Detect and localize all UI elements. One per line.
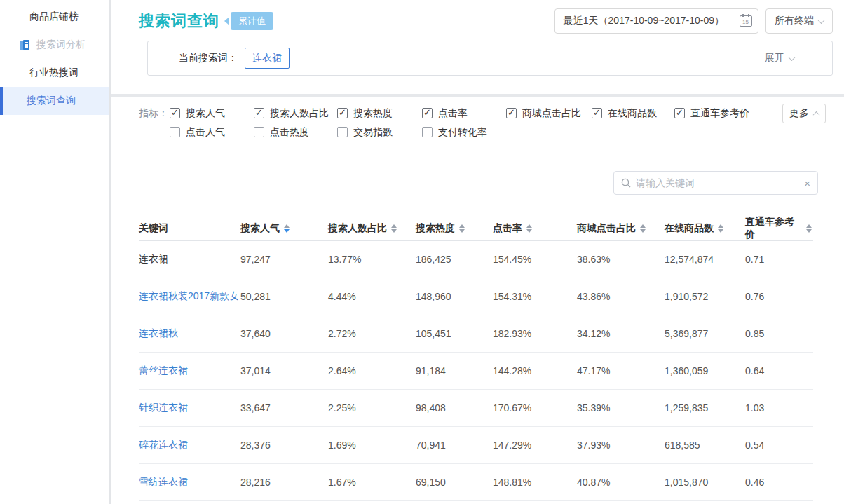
keyword-link[interactable]: 碎花连衣裙 (139, 439, 188, 450)
date-range-group: 最近1天（2017-10-09~2017-10-09） 15 (554, 8, 758, 34)
sort-icon[interactable] (640, 224, 646, 233)
column-header-searcher-share[interactable]: 搜索人数占比 (328, 222, 416, 235)
metric-checkbox[interactable]: 交易指数 (337, 126, 422, 139)
more-label: 更多 (789, 107, 809, 120)
table-row: 碎花连衣裙 28,376 1.69% 70,941 147.29% 37.93%… (139, 427, 813, 464)
sort-icon[interactable] (526, 224, 532, 233)
value-cell: 170.67% (493, 402, 577, 414)
keyword-link[interactable]: 连衣裙秋 (139, 327, 178, 339)
metric-label: 直通车参考价 (690, 107, 749, 120)
metric-checkbox[interactable]: 点击热度 (254, 126, 337, 139)
value-cell: 144.28% (493, 365, 577, 376)
chevron-up-icon (813, 111, 820, 118)
value-cell: 148.81% (493, 477, 577, 488)
value-cell: 13.77% (328, 254, 416, 265)
value-cell: 28,216 (240, 477, 328, 488)
expand-button[interactable]: 展开 (765, 52, 815, 64)
value-cell: 0.85 (745, 328, 812, 339)
metric-checkbox[interactable]: 搜索热度 (337, 107, 422, 120)
column-header-search-heat[interactable]: 搜索热度 (416, 222, 493, 235)
value-cell: 2.64% (328, 365, 416, 376)
metric-checkbox[interactable]: 搜索人数占比 (254, 107, 337, 120)
cumulative-value-badge: 累计值 (231, 12, 273, 30)
value-cell: 0.71 (745, 254, 812, 265)
value-cell: 182.93% (493, 328, 577, 339)
value-cell: 1,910,572 (665, 291, 745, 302)
more-button[interactable]: 更多 (782, 104, 826, 123)
chevron-down-icon (818, 17, 825, 24)
current-term-label: 当前搜索词： (179, 52, 238, 64)
column-header-online-products[interactable]: 在线商品数 (665, 222, 745, 235)
analysis-book-icon (20, 40, 31, 50)
sort-icon[interactable] (391, 224, 397, 233)
value-cell: 154.31% (493, 291, 577, 302)
value-cell: 147.29% (493, 440, 577, 451)
current-term-button[interactable]: 连衣裙 (245, 48, 290, 69)
sort-icon[interactable] (718, 224, 723, 233)
column-header-search-popularity[interactable]: 搜索人气 (240, 222, 328, 235)
checkbox-icon (422, 108, 433, 118)
checkbox-icon (170, 127, 180, 137)
sidebar-item-label: 搜索词分析 (36, 39, 86, 51)
sort-icon[interactable] (459, 224, 465, 233)
value-cell: 38.63% (577, 254, 665, 265)
checkbox-icon (592, 108, 602, 118)
checkbox-icon (422, 127, 433, 137)
sidebar-item-search-term-query[interactable]: 搜索词查询 (0, 87, 109, 115)
keyword-link[interactable]: 连衣裙秋装2017新款女 (139, 290, 239, 301)
value-cell: 28,376 (240, 440, 328, 451)
sidebar-item-product-shop-rank[interactable]: 商品店铺榜 (0, 3, 109, 31)
value-cell: 43.86% (577, 291, 665, 302)
table-row: 针织连衣裙 33,647 2.25% 98,408 170.67% 35.39%… (139, 390, 813, 427)
sidebar-item-industry-hot-words[interactable]: 行业热搜词 (0, 59, 109, 87)
metric-label: 交易指数 (353, 126, 393, 139)
terminal-select[interactable]: 所有终端 (765, 8, 833, 34)
calendar-icon: 15 (740, 15, 752, 27)
keyword-search-input[interactable] (636, 177, 804, 189)
metric-checkbox[interactable]: 在线商品数 (592, 107, 674, 120)
value-cell: 37.93% (577, 440, 665, 451)
keyword-link[interactable]: 针织连衣裙 (139, 402, 188, 413)
value-cell: 33,647 (240, 402, 328, 414)
column-header-keyword: 关键词 (139, 222, 240, 235)
terminal-select-value: 所有终端 (775, 15, 814, 27)
keyword-link[interactable]: 蕾丝连衣裙 (139, 365, 188, 376)
metric-checkbox[interactable]: 点击率 (422, 107, 506, 120)
metric-label: 商城点击占比 (522, 107, 581, 120)
value-cell: 148,960 (416, 291, 493, 302)
column-header-mall-click-share[interactable]: 商城点击占比 (577, 222, 665, 235)
keywords-table: 关键词 搜索人气 搜索人数占比 搜索热度 点击率 (139, 216, 813, 501)
value-cell: 70,941 (416, 440, 493, 451)
metric-checkbox[interactable]: 搜索人气 (170, 107, 254, 120)
column-header-click-rate[interactable]: 点击率 (493, 222, 577, 235)
checkbox-icon (254, 108, 264, 118)
sort-icon[interactable] (806, 224, 812, 233)
checkbox-icon (674, 108, 685, 118)
metric-checkbox[interactable]: 支付转化率 (422, 126, 506, 139)
header-section: 搜索词查询 累计值 最近1天（2017-10-09~2017-10-09） 15… (111, 0, 844, 94)
calendar-button[interactable]: 15 (733, 9, 758, 33)
checkbox-icon (254, 127, 264, 137)
value-cell: 0.64 (745, 365, 812, 376)
value-cell: 91,184 (416, 365, 493, 376)
keyword-link[interactable]: 雪纺连衣裙 (139, 476, 188, 487)
value-cell: 1,259,835 (665, 402, 745, 414)
clear-icon[interactable] (804, 178, 810, 189)
date-range-button[interactable]: 最近1天（2017-10-09~2017-10-09） (555, 9, 733, 33)
column-header-ztc-ref-price[interactable]: 直通车参考价 (745, 216, 812, 241)
metric-checkbox[interactable]: 点击人气 (170, 126, 254, 139)
value-cell: 35.39% (577, 402, 665, 414)
metric-label: 点击率 (438, 107, 468, 120)
value-cell: 618,585 (665, 440, 745, 451)
table-row: 连衣裙 97,247 13.77% 186,425 154.45% 38.63%… (139, 241, 813, 278)
main-content: 搜索词查询 累计值 最近1天（2017-10-09~2017-10-09） 15… (111, 0, 844, 504)
table-row: 蕾丝连衣裙 37,014 2.64% 91,184 144.28% 47.17%… (139, 353, 813, 390)
sort-icon[interactable] (284, 224, 290, 233)
app-window: 商品店铺榜 搜索词分析 行业热搜词 搜索词查询 搜索词查询 累计值 最近1天（2… (0, 0, 844, 504)
sidebar-item-search-term-analysis[interactable]: 搜索词分析 (0, 31, 109, 59)
sidebar-item-label: 行业热搜词 (29, 67, 79, 79)
metric-checkbox[interactable]: 直通车参考价 (674, 107, 765, 120)
table-header: 关键词 搜索人气 搜索人数占比 搜索热度 点击率 (139, 216, 813, 241)
metric-checkbox[interactable]: 商城点击占比 (506, 107, 592, 120)
metrics-bar: 指标： 搜索人气 搜索人数占比 搜索热度 点击 (139, 104, 844, 142)
